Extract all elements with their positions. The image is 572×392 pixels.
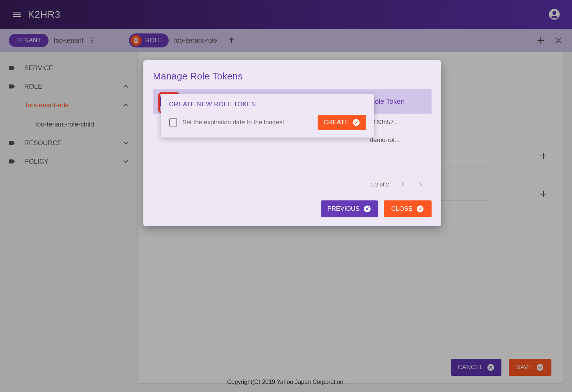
next-page-icon[interactable] xyxy=(417,181,424,188)
pagination-text: 1-2 of 2 xyxy=(370,181,389,188)
popover-title: CREATE NEW ROLE TOKEN xyxy=(169,101,366,108)
longest-expiration-checkbox[interactable] xyxy=(169,118,177,126)
create-label: CREATE xyxy=(323,119,348,126)
token-cell: demo-rol... xyxy=(370,136,400,144)
manage-role-tokens-dialog: Manage Role Tokens Action Create Time Ex… xyxy=(143,60,441,226)
create-token-popover: CREATE NEW ROLE TOKEN Set the expiration… xyxy=(161,94,374,138)
prev-page-icon[interactable] xyxy=(399,181,407,188)
create-button[interactable]: CREATE xyxy=(318,115,366,130)
th-role-token: Role Token xyxy=(370,97,424,106)
dialog-title: Manage Role Tokens xyxy=(153,71,432,82)
previous-button[interactable]: PREVIOUS xyxy=(321,200,378,217)
close-label: CLOSE xyxy=(391,205,412,213)
previous-label: PREVIOUS xyxy=(328,205,360,213)
pagination: 1-2 of 2 xyxy=(153,175,432,190)
checkbox-label: Set the expiration date to the longest xyxy=(182,119,284,126)
close-button[interactable]: CLOSE xyxy=(384,200,432,217)
